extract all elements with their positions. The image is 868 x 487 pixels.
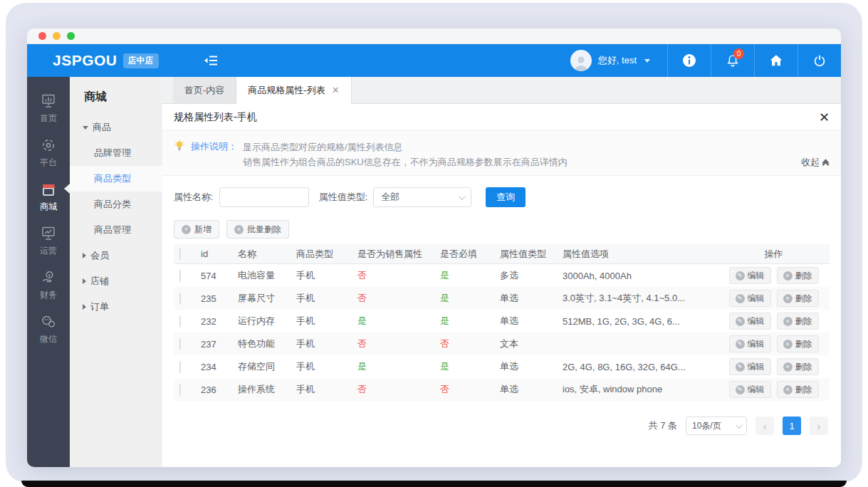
chevron-down-icon	[459, 193, 466, 200]
select-all-checkbox[interactable]	[179, 248, 181, 260]
table-row: 232 运行内存 手机 是 是 单选 512MB, 1G, 2G, 3G, 4G…	[174, 310, 830, 332]
delete-button[interactable]: ×删除	[777, 313, 819, 330]
finance-icon	[40, 270, 57, 286]
tab-home-content[interactable]: 首页-内容	[173, 77, 236, 103]
cell-sale: 否	[357, 383, 440, 396]
double-chevron-up-icon	[823, 160, 828, 164]
tab-spec-attribute-list[interactable]: 商品规格属性-列表 ✕	[236, 77, 351, 104]
prev-page-button[interactable]: ‹	[755, 417, 774, 435]
cell-name: 运行内存	[238, 315, 296, 328]
caret-down-icon	[83, 126, 88, 130]
edit-button[interactable]: ✎编辑	[729, 267, 771, 284]
delete-button[interactable]: ×删除	[777, 267, 819, 284]
help-line-1: 显示商品类型对应的规格/属性列表信息	[243, 140, 568, 155]
cell-required: 是	[440, 315, 500, 328]
delete-button[interactable]: ×删除	[777, 358, 819, 375]
delete-button[interactable]: ×删除	[777, 290, 819, 307]
user-menu[interactable]: 您好, test	[553, 44, 667, 77]
cell-id: 237	[201, 339, 238, 350]
edit-button[interactable]: ✎编辑	[729, 335, 771, 352]
submenu-item-product-category[interactable]: 商品分类	[70, 192, 162, 217]
submenu-group-product[interactable]: 商品	[70, 115, 162, 140]
add-label: 新增	[194, 224, 211, 236]
submenu-group-orders[interactable]: 订单	[70, 294, 162, 320]
delete-label: 删除	[795, 384, 812, 396]
search-button[interactable]: 查询	[486, 187, 525, 207]
delete-label: 删除	[795, 338, 812, 350]
menu-fold-icon[interactable]	[202, 51, 220, 70]
attributes-table: id 名称 商品类型 是否为销售属性 是否必填 属性值类型 属性值选项 操作 5…	[174, 244, 830, 401]
page-size-select[interactable]: 10条/页	[686, 417, 747, 435]
logo-badge: 店中店	[123, 53, 159, 68]
submenu-group-label: 商品	[93, 121, 111, 134]
row-checkbox[interactable]	[179, 293, 181, 305]
edit-button[interactable]: ✎编辑	[729, 313, 771, 330]
close-window-button[interactable]	[38, 32, 46, 40]
filter-row: 属性名称: 属性值类型: 全部 查询	[162, 176, 841, 210]
value-type-select[interactable]: 全部	[373, 187, 471, 207]
edit-button[interactable]: ✎编辑	[729, 381, 771, 398]
edit-label: 编辑	[748, 293, 765, 305]
attribute-name-input[interactable]	[219, 187, 309, 207]
tab-close-icon[interactable]: ✕	[332, 85, 340, 95]
next-page-button[interactable]: ›	[810, 417, 828, 435]
browser-window: JSPGOU 店中店 您好, test 0	[27, 28, 841, 467]
page-1-button[interactable]: 1	[783, 417, 801, 435]
submenu-group-shops[interactable]: 店铺	[70, 268, 162, 294]
submenu-group-members[interactable]: 会员	[70, 243, 162, 268]
home-button[interactable]	[754, 44, 798, 77]
sidebar-item-wechat[interactable]: 微信	[27, 308, 70, 352]
sidebar-item-mall[interactable]: 商城	[27, 175, 70, 219]
row-checkbox[interactable]	[179, 384, 181, 396]
batch-delete-button[interactable]: × 批量删除	[226, 220, 289, 239]
submenu-item-brand-management[interactable]: 品牌管理	[70, 140, 162, 166]
minimize-window-button[interactable]	[53, 32, 61, 40]
row-checkbox[interactable]	[179, 270, 181, 282]
sidebar-item-home[interactable]: 首页	[27, 87, 70, 131]
cell-category: 手机	[296, 337, 357, 350]
sidebar-item-operations[interactable]: 运营	[27, 219, 70, 263]
delete-button[interactable]: ×删除	[777, 335, 819, 352]
chevron-down-icon	[736, 421, 743, 429]
edit-icon: ✎	[736, 317, 745, 326]
sidebar-item-label: 运营	[40, 245, 57, 257]
batch-delete-label: 批量删除	[247, 224, 281, 236]
info-button[interactable]	[667, 44, 711, 77]
row-checkbox[interactable]	[179, 361, 181, 373]
secondary-sidebar: 商城 商品 品牌管理 商品类型 商品分类 商品管理 会员 店铺	[70, 77, 162, 467]
table-row: 574 电池容量 手机 否 是 多选 3000Ah, 4000Ah ✎编辑 ×删…	[174, 264, 830, 287]
edit-label: 编辑	[748, 270, 765, 282]
column-header-options: 属性值选项	[563, 248, 718, 261]
help-line-2: 销售属性作为组合商品的SKU信息存在，不作为商品规格参数展示在商品详情内	[243, 155, 568, 169]
row-checkbox[interactable]	[179, 315, 181, 328]
submenu-item-product-management[interactable]: 商品管理	[70, 217, 162, 243]
notifications-button[interactable]: 0	[711, 44, 754, 77]
cell-sale: 否	[357, 269, 440, 282]
panel-close-icon[interactable]: ✕	[819, 111, 830, 124]
select-value: 全部	[381, 191, 399, 204]
edit-button[interactable]: ✎编辑	[729, 290, 771, 307]
edit-icon: ✎	[736, 340, 745, 349]
cell-sale: 否	[357, 292, 440, 305]
column-header-id: id	[201, 248, 238, 259]
edit-button[interactable]: ✎编辑	[729, 358, 771, 375]
caret-right-icon	[83, 278, 86, 284]
cell-value-type: 单选	[500, 360, 563, 373]
plus-circle-icon: +	[182, 225, 191, 234]
delete-icon: ×	[783, 385, 793, 394]
add-button[interactable]: + 新增	[174, 220, 219, 239]
logout-button[interactable]	[798, 44, 841, 77]
delete-button[interactable]: ×删除	[777, 381, 819, 398]
attribute-name-label: 属性名称:	[174, 191, 214, 204]
row-checkbox[interactable]	[179, 338, 181, 350]
cell-value-type: 单选	[500, 292, 563, 305]
page-size-value: 10条/页	[692, 420, 721, 432]
cell-options: ios, 安卓, window phone	[563, 383, 718, 396]
sidebar-item-platform[interactable]: 平台	[27, 131, 70, 175]
collapse-help-button[interactable]: 收起	[801, 156, 828, 169]
submenu-item-product-type[interactable]: 商品类型	[70, 166, 162, 192]
cell-required: 是	[440, 269, 500, 282]
maximize-window-button[interactable]	[67, 32, 75, 40]
cell-name: 电池容量	[238, 269, 296, 282]
sidebar-item-finance[interactable]: 财务	[27, 263, 70, 308]
